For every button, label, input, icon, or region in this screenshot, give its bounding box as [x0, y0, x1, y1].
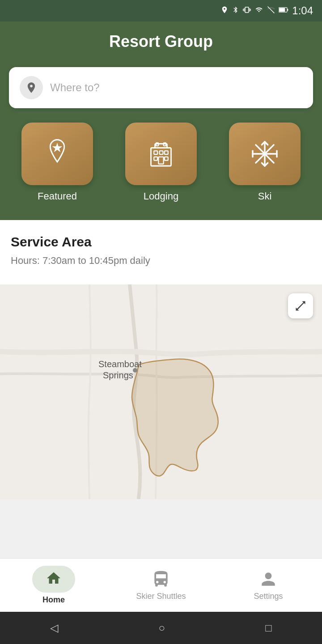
search-section: Where to?	[0, 67, 322, 123]
ski-button[interactable]	[229, 123, 301, 185]
bottom-nav: Home Skier Shuttles Settings	[0, 558, 322, 612]
svg-marker-4	[52, 143, 63, 152]
svg-rect-8	[165, 151, 168, 154]
status-bar: 1:04	[0, 0, 322, 21]
wifi-icon	[254, 6, 263, 15]
android-home-button[interactable]: ○	[158, 622, 165, 634]
app-title: Resort Group	[9, 32, 313, 51]
status-icons: 1:04	[220, 4, 313, 17]
featured-label: Featured	[38, 191, 77, 202]
nav-home-icon-wrapper	[32, 566, 75, 593]
android-nav-bar: ◁ ○ □	[0, 612, 322, 644]
battery-icon	[279, 6, 288, 15]
svg-text:Steamboat: Steamboat	[98, 359, 142, 369]
svg-rect-3	[279, 8, 285, 12]
category-lodging[interactable]: Lodging	[113, 123, 209, 202]
map-container[interactable]: Steamboat Springs	[0, 284, 322, 499]
android-recents-button[interactable]: □	[265, 622, 272, 634]
nav-home[interactable]: Home	[0, 566, 107, 605]
ski-label: Ski	[258, 191, 272, 202]
search-placeholder: Where to?	[50, 81, 100, 94]
service-area-title: Service Area	[11, 234, 311, 250]
svg-rect-7	[160, 151, 163, 154]
search-bar[interactable]: Where to?	[9, 67, 313, 108]
nav-skier-shuttles[interactable]: Skier Shuttles	[107, 569, 215, 601]
svg-text:Springs: Springs	[103, 370, 133, 380]
map-expand-button[interactable]	[288, 293, 313, 318]
status-time: 1:04	[292, 4, 313, 17]
category-featured[interactable]: Featured	[9, 123, 106, 202]
bluetooth-icon	[232, 6, 239, 16]
vibrate-icon	[243, 6, 251, 16]
featured-button[interactable]	[21, 123, 93, 185]
signal-icon	[267, 6, 275, 16]
nav-settings-label: Settings	[254, 592, 283, 601]
search-location-icon	[20, 76, 43, 99]
location-icon	[220, 6, 229, 16]
service-area-section: Service Area Hours: 7:30am to 10:45pm da…	[0, 220, 322, 284]
lodging-label: Lodging	[144, 191, 178, 202]
svg-rect-10	[165, 157, 168, 161]
app-header: Resort Group	[0, 21, 322, 67]
svg-rect-9	[154, 157, 157, 161]
svg-rect-11	[158, 157, 163, 164]
nav-settings[interactable]: Settings	[215, 569, 322, 601]
android-back-button[interactable]: ◁	[50, 622, 58, 634]
categories-section: Featured Lodging	[0, 123, 322, 220]
svg-rect-2	[287, 9, 288, 11]
nav-shuttles-label: Skier Shuttles	[136, 592, 186, 601]
lodging-button[interactable]	[125, 123, 197, 185]
svg-point-29	[133, 368, 137, 373]
nav-home-label: Home	[42, 595, 65, 605]
category-ski[interactable]: Ski	[216, 123, 313, 202]
svg-rect-6	[154, 151, 157, 154]
service-area-hours: Hours: 7:30am to 10:45pm daily	[11, 255, 311, 267]
